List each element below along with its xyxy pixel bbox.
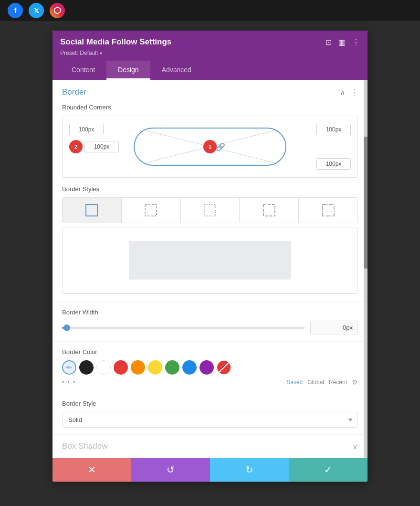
panel-body: Border ∧ ⋮ Rounded Corners (52, 80, 368, 458)
tab-advanced[interactable]: Advanced (150, 61, 203, 80)
cancel-icon: ✕ (88, 464, 96, 475)
swatch-red[interactable] (114, 360, 128, 375)
border-styles-row (62, 197, 358, 223)
badge2-row: 2 (69, 140, 119, 153)
box-shadow-section: Box Shadow ∨ (52, 434, 368, 458)
swatch-blue[interactable] (182, 360, 197, 375)
panel-body-inner: Border ∧ ⋮ Rounded Corners (52, 80, 368, 458)
more-options-icon[interactable]: ⋮ (352, 38, 360, 47)
instagram-icon[interactable]: ⬡ (50, 3, 65, 18)
swatch-yellow[interactable] (148, 360, 162, 375)
tabs-row: Content Design Advanced (60, 61, 360, 80)
facebook-icon[interactable]: f (8, 3, 23, 18)
border-color-section: Border Color ✏ (52, 341, 368, 393)
border-style-solid[interactable] (63, 198, 122, 223)
dashed1-icon (144, 204, 158, 217)
scrollbar-thumb[interactable] (364, 137, 368, 269)
border-style-select[interactable]: Solid Dashed Dotted Double Groove Ridge … (62, 412, 358, 428)
redo-button[interactable]: ↻ (210, 458, 289, 482)
border-style-dashed3[interactable] (240, 198, 299, 223)
undo-icon: ↺ (167, 464, 175, 475)
rounded-rect: 1 🔗 (134, 128, 286, 166)
inner-preview-rect (129, 241, 291, 280)
preset-label: Preset: Default (60, 50, 98, 56)
border-section-title: Border (62, 87, 86, 97)
save-button[interactable]: ✓ (289, 458, 368, 482)
split-icon[interactable]: ▥ (338, 38, 346, 47)
box-shadow-header: Box Shadow ∨ (62, 441, 358, 451)
box-shadow-expand-icon[interactable]: ∨ (352, 442, 358, 451)
corner-tl-input[interactable] (69, 124, 104, 135)
saved-tab-global[interactable]: Global (307, 379, 324, 386)
redo-icon: ↻ (245, 464, 253, 475)
preset-row[interactable]: Preset: Default ▾ (60, 50, 360, 56)
panel-title: Social Media Follow Settings (60, 37, 171, 47)
collapse-icon[interactable]: ∧ (340, 88, 346, 97)
dashed3-icon (262, 204, 276, 217)
saved-tab-recent[interactable]: Recent (329, 379, 347, 386)
settings-panel: Social Media Follow Settings ⊡ ▥ ⋮ Prese… (52, 31, 368, 482)
border-width-slider[interactable] (62, 327, 304, 329)
save-icon: ✓ (324, 464, 332, 475)
corner-preview: 1 🔗 (110, 123, 310, 171)
badge2: 2 (69, 140, 83, 153)
color-settings-icon[interactable]: ⚙ (352, 378, 358, 386)
slider-thumb[interactable] (63, 324, 70, 331)
twitter-icon[interactable]: 𝕏 (29, 3, 44, 18)
border-section: Border ∧ ⋮ Rounded Corners (52, 80, 368, 301)
badge-row: 1 🔗 (203, 140, 217, 153)
corners-grid: 1 🔗 2 (69, 123, 351, 171)
center-badge: 1 (203, 140, 217, 153)
link-icon[interactable]: 🔗 (216, 142, 225, 151)
solid-icon (85, 204, 98, 217)
color-row: ✏ (62, 360, 358, 375)
badge-number: 1 (209, 144, 211, 150)
dashed2-icon (203, 204, 217, 217)
saved-tab-saved[interactable]: Saved (286, 379, 303, 386)
border-style-dashed4[interactable] (299, 198, 357, 223)
border-style-select-section: Border Style Solid Dashed Dotted Double … (52, 393, 368, 434)
border-width-label: Border Width (62, 309, 358, 316)
cancel-button[interactable]: ✕ (52, 458, 131, 482)
swatch-striped[interactable] (217, 360, 231, 375)
panel-header: Social Media Follow Settings ⊡ ▥ ⋮ Prese… (52, 31, 368, 80)
border-style-dashed2[interactable] (181, 198, 240, 223)
swatch-black[interactable] (79, 360, 94, 375)
undo-button[interactable]: ↺ (131, 458, 210, 482)
tab-content[interactable]: Content (60, 61, 106, 80)
border-style-dashed1[interactable] (122, 198, 181, 223)
corners-container: 1 🔗 2 (62, 116, 358, 178)
fullscreen-icon[interactable]: ⊡ (326, 38, 332, 47)
border-color-label: Border Color (62, 348, 358, 355)
svg-rect-6 (323, 205, 334, 216)
slider-row (62, 321, 358, 334)
svg-rect-2 (86, 205, 97, 216)
preset-chevron: ▾ (100, 51, 102, 56)
svg-rect-5 (263, 205, 275, 216)
border-styles-label: Border Styles (62, 185, 358, 193)
corner-tr-input[interactable] (316, 124, 351, 135)
section-controls: ∧ ⋮ (340, 88, 358, 97)
saved-row: • • • Saved Global Recent ⚙ (62, 378, 358, 386)
border-width-value[interactable] (310, 321, 358, 334)
panel-title-row: Social Media Follow Settings ⊡ ▥ ⋮ (60, 37, 360, 47)
border-style-select-label: Border Style (62, 400, 358, 407)
swatch-green[interactable] (165, 360, 179, 375)
tab-design[interactable]: Design (106, 61, 150, 80)
swatch-purple[interactable] (200, 360, 214, 375)
scrollbar[interactable] (364, 80, 368, 458)
corner-br-input[interactable] (316, 158, 351, 170)
panel-wrapper: Social Media Follow Settings ⊡ ▥ ⋮ Prese… (52, 31, 368, 482)
box-shadow-title: Box Shadow (62, 441, 107, 451)
eyedropper-swatch[interactable]: ✏ (62, 360, 76, 375)
svg-rect-3 (145, 205, 157, 216)
badge2-number: 2 (74, 144, 77, 150)
corner-bl-input[interactable] (84, 141, 119, 152)
section-more-icon[interactable]: ⋮ (350, 88, 358, 97)
saved-tabs: Saved Global Recent ⚙ (286, 378, 358, 386)
swatch-white[interactable] (96, 360, 111, 375)
swatch-orange[interactable] (131, 360, 145, 375)
dots-icon[interactable]: • • • (62, 379, 76, 386)
top-bar: f 𝕏 ⬡ (0, 0, 420, 21)
svg-rect-4 (204, 205, 216, 216)
